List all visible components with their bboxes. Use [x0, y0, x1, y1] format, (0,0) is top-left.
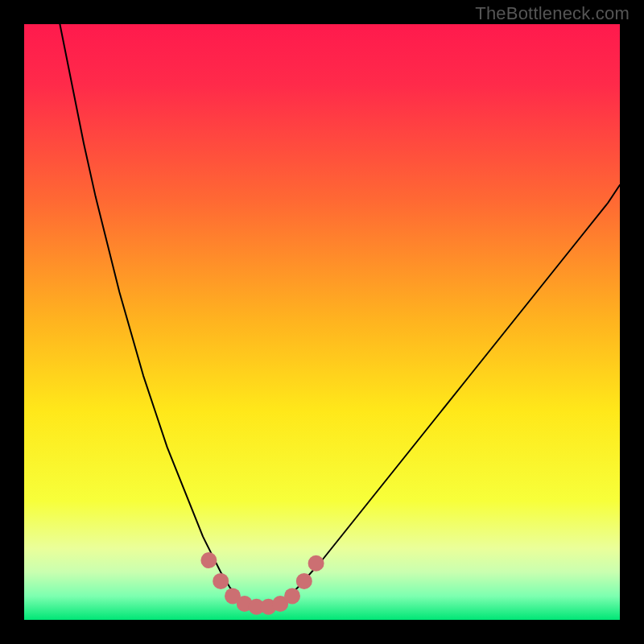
plot-background: [24, 24, 620, 620]
trough-marker: [200, 552, 217, 568]
trough-marker: [308, 555, 324, 572]
chart-frame: TheBottleneck.com: [0, 0, 644, 644]
trough-marker: [296, 573, 312, 589]
trough-marker: [213, 573, 229, 589]
bottleneck-chart: [0, 0, 644, 644]
trough-marker: [284, 588, 300, 604]
watermark-text: TheBottleneck.com: [475, 3, 630, 24]
